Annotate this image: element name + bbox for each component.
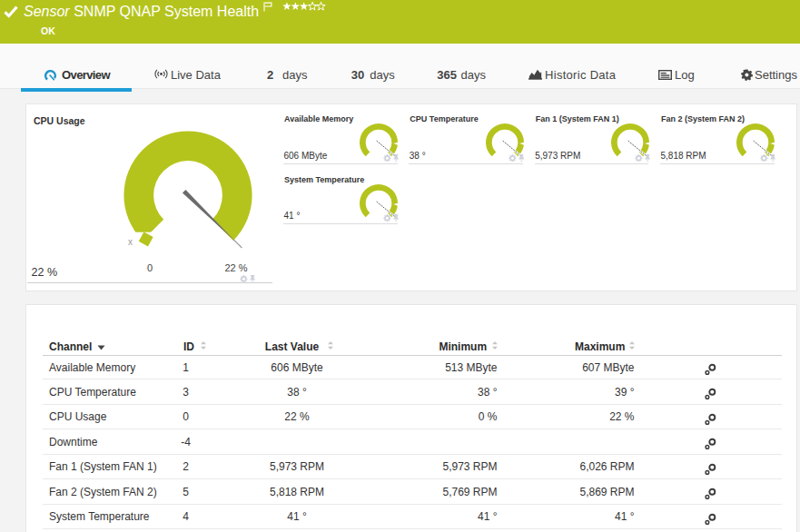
svg-text:x: x bbox=[128, 237, 133, 247]
